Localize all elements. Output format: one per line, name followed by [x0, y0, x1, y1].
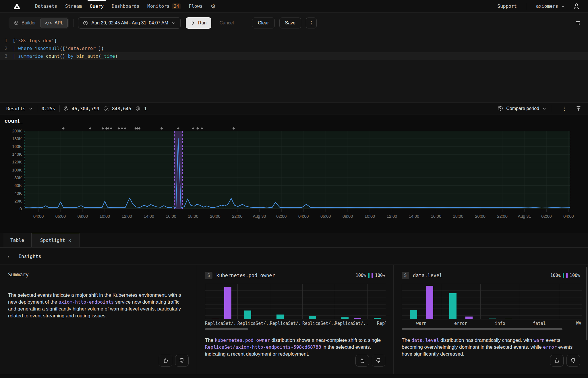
apl-toggle-button[interactable]: </> APL — [40, 18, 68, 28]
scatter-marker — [196, 127, 199, 130]
code-token — [65, 53, 68, 59]
tab-table[interactable]: Table — [3, 233, 32, 248]
editor-line[interactable]: 3| summarize count() by bin_auto(_time) — [0, 52, 588, 60]
text-span: distribution shows a near-complete shift… — [270, 338, 381, 343]
scatter-marker — [160, 127, 163, 130]
x-tick-label: 20:00 — [210, 214, 220, 219]
vertical-scrollbar[interactable] — [586, 267, 587, 340]
code-token: [ — [13, 38, 16, 43]
divider — [552, 105, 552, 112]
editor-line[interactable]: 2| where isnotnull(['data.error']) — [0, 45, 588, 52]
x-tick-label: 02:00 — [541, 214, 552, 219]
code-token: | — [13, 46, 18, 51]
category-column — [270, 284, 302, 319]
axiom-logo-icon[interactable] — [13, 2, 21, 11]
code-span: ReplicaSet/axiom-http-endpoints-598cd687… — [205, 344, 321, 350]
code-token: bin_auto — [76, 53, 98, 59]
collapse-panel-icon[interactable] — [575, 105, 582, 112]
navbar-right: Support axiomers — [490, 3, 580, 10]
y-tick-label: 160K — [12, 144, 22, 149]
compare-period-dropdown[interactable]: Compare period — [498, 106, 547, 111]
apl-query-editor[interactable]: 1['k8s-logs-dev']2| where isnotnull(['da… — [0, 33, 588, 102]
chevron-down-icon — [542, 106, 547, 111]
bar-baseline — [212, 319, 219, 319]
code-token — [43, 53, 46, 59]
tab-spotlight[interactable]: Spotlight × — [32, 233, 80, 248]
bar-baseline — [276, 315, 284, 319]
nav-label: Datasets — [35, 3, 57, 9]
code-token: ( — [98, 53, 101, 59]
divider — [73, 19, 74, 27]
org-switcher[interactable]: axiomers — [528, 3, 571, 9]
query-duration: 0.25s — [41, 106, 55, 111]
run-label: Run — [198, 20, 206, 26]
line-number: 1 — [0, 38, 13, 43]
y-tick-label: 120K — [12, 160, 22, 164]
category-column — [302, 284, 335, 319]
code-token: by — [68, 53, 74, 59]
x-tick-label: 22:00 — [232, 214, 242, 219]
category-label: ReplicaSet/... — [302, 321, 335, 326]
nav-item-monitors[interactable]: Monitors 24 — [143, 0, 185, 13]
thumbs-up-button[interactable] — [550, 355, 564, 367]
run-button[interactable]: Run — [186, 17, 211, 29]
insights-heading: Insights — [18, 254, 41, 259]
x-tick-label: 08:00 — [343, 214, 353, 219]
code-icon: </> — [45, 21, 52, 25]
field-title: data.level — [413, 273, 442, 278]
close-spotlight-tab-icon[interactable]: × — [68, 238, 71, 243]
data-level-chart[interactable]: warnerrorinfofatalWA — [402, 284, 582, 330]
rows-scanned-metric: 46,304,799 — [64, 106, 99, 111]
scatter-marker — [110, 127, 112, 130]
bar-selected — [224, 287, 231, 319]
results-kebab-menu[interactable]: ⋮ — [557, 106, 571, 111]
code-token: ] — [54, 38, 57, 43]
thumbs-up-button[interactable] — [355, 355, 369, 367]
user-icon[interactable] — [573, 3, 580, 10]
editor-line[interactable]: 1['k8s-logs-dev'] — [0, 37, 588, 45]
support-link[interactable]: Support — [490, 3, 524, 9]
nav-item-dashboards[interactable]: Dashboards — [108, 0, 143, 13]
thumbs-down-button[interactable] — [175, 355, 189, 367]
thumbs-down-button[interactable] — [372, 355, 385, 367]
nav-item-query[interactable]: Query — [86, 0, 108, 13]
nav-item-datasets[interactable]: Datasets — [31, 0, 61, 13]
clear-button[interactable]: Clear — [252, 18, 274, 28]
bar-baseline — [489, 319, 496, 319]
time-range-picker[interactable]: Aug 29, 02:45 AM - Aug 31, 04:07 AM — [78, 17, 181, 29]
bar-baseline — [309, 316, 316, 319]
nav-label: Monitors — [147, 3, 169, 9]
format-lines-icon — [574, 20, 581, 26]
rows-scanned-value: 46,304,799 — [72, 106, 99, 111]
toolbar-kebab-menu[interactable]: ⋮ — [306, 18, 317, 28]
settings-gear-icon[interactable]: ⚙ — [207, 3, 220, 10]
pod-owner-chart[interactable]: ReplicaSet/...ReplicaSet/...ReplicaSet/.… — [205, 284, 386, 330]
format-query-button[interactable] — [574, 20, 581, 26]
thumbs-down-button[interactable] — [566, 355, 580, 367]
scatter-marker — [124, 127, 126, 130]
field-title: kubernetes.pod_owner — [216, 273, 275, 278]
horizontal-scrollbar[interactable] — [402, 328, 582, 330]
thumbs-up-button[interactable] — [159, 355, 172, 367]
nav-item-stream[interactable]: Stream — [61, 0, 86, 13]
code-token: | — [13, 53, 18, 59]
mini-chart-labels: ReplicaSet/...ReplicaSet/...ReplicaSet/.… — [205, 321, 386, 326]
org-name: axiomers — [536, 3, 558, 9]
tab-label: Table — [10, 238, 24, 243]
cancel-button[interactable]: Cancel — [216, 20, 237, 26]
y-tick-label: 100K — [12, 168, 22, 172]
save-button[interactable]: Save — [279, 18, 301, 28]
groups-metric: 1 — [136, 106, 147, 111]
scatter-marker — [62, 127, 64, 130]
main-chart-svg[interactable]: 200K180K160K140K120K100K80K60K40K20K004:… — [0, 115, 588, 233]
y-tick-label: 80K — [14, 176, 22, 180]
results-dropdown[interactable]: Results — [6, 106, 33, 111]
category-label: WA — [559, 321, 582, 326]
nav-item-flows[interactable]: Flows — [185, 0, 206, 13]
timeseries-chart-section: count_ 200K180K160K140K120K100K80K60K40K… — [0, 115, 588, 233]
category-label: error — [441, 321, 480, 326]
builder-toggle-button[interactable]: Builder — [9, 18, 40, 28]
baseline-percent: 100% — [550, 273, 561, 278]
collapse-triangle-icon[interactable]: ▾ — [7, 254, 18, 259]
horizontal-scrollbar[interactable] — [205, 328, 386, 330]
